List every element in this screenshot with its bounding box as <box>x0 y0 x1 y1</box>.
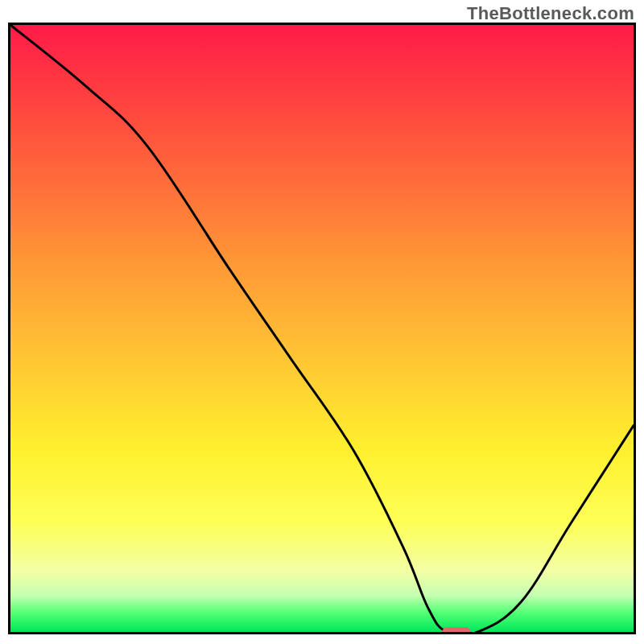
bottleneck-curve <box>10 25 634 632</box>
curve-path <box>10 25 634 632</box>
optimal-point-marker <box>442 627 471 634</box>
watermark-text: TheBottleneck.com <box>467 3 634 24</box>
chart-frame <box>8 23 636 634</box>
